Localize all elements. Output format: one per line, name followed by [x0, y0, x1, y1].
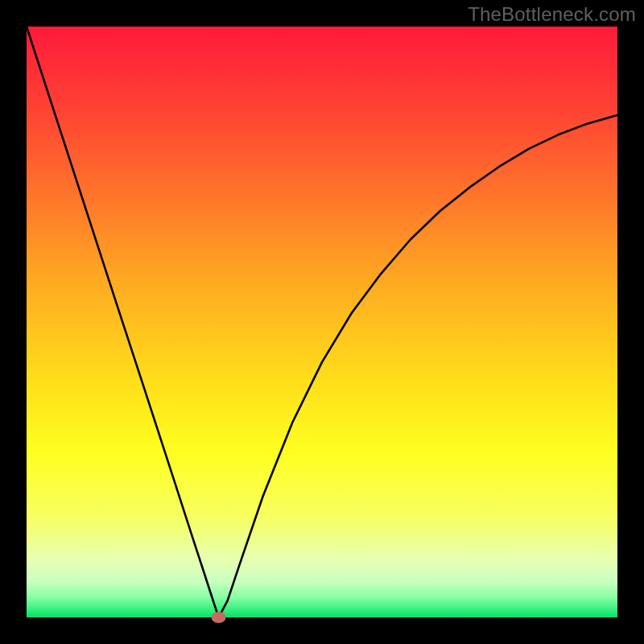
- bottleneck-chart: [0, 0, 644, 644]
- chart-frame: TheBottleneck.com: [0, 0, 644, 644]
- watermark-text: TheBottleneck.com: [468, 3, 636, 26]
- optimum-marker: [212, 612, 226, 623]
- plot-area: [27, 27, 617, 617]
